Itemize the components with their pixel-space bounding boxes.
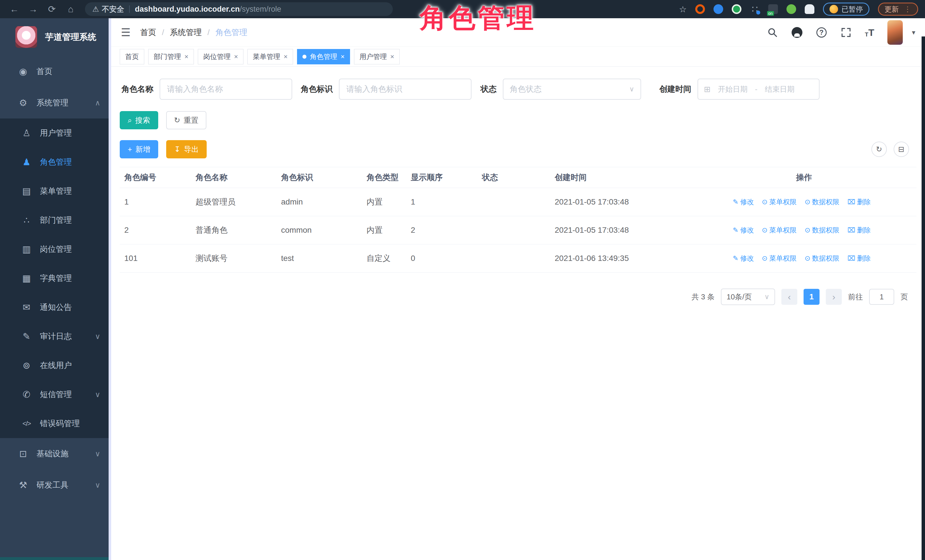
- select-chevron-down-icon: ∨: [629, 85, 634, 93]
- browser-extensions: ☆ ∷ 已暂停 更新 ⋮: [679, 3, 918, 16]
- sidebar-item-menus[interactable]: ▤ 菜单管理: [0, 177, 111, 206]
- extension-icon[interactable]: [714, 4, 723, 14]
- sidebar-item-posts[interactable]: ▥ 岗位管理: [0, 235, 111, 264]
- search-button[interactable]: ⌕ 搜索: [120, 111, 158, 129]
- prev-page-button[interactable]: ‹: [781, 289, 797, 305]
- sidebar-item-dev-tools[interactable]: ⚒ 研发工具 ∨: [0, 470, 111, 501]
- tag-user[interactable]: 用户管理 ×: [354, 49, 400, 65]
- tool-icon: ⚒: [17, 480, 29, 491]
- edit-link[interactable]: ✎修改: [733, 225, 754, 235]
- next-page-button[interactable]: ›: [826, 289, 842, 305]
- sidebar-item-depts[interactable]: ∴ 部门管理: [0, 206, 111, 235]
- sidebar-item-online-users[interactable]: ⊚ 在线用户: [0, 351, 111, 380]
- app-logo-row[interactable]: 芋道管理系统: [0, 18, 111, 56]
- hamburger-icon[interactable]: ☰: [121, 26, 131, 39]
- page-scrollbar[interactable]: [922, 36, 925, 560]
- browser-reload-icon[interactable]: ⟳: [44, 4, 59, 15]
- extension-icon[interactable]: [805, 4, 814, 14]
- sidebar-item-roles[interactable]: ♟ 角色管理: [0, 147, 111, 177]
- tag-post[interactable]: 岗位管理 ×: [198, 49, 243, 65]
- sidebar-item-error-codes[interactable]: </> 错误码管理: [0, 409, 111, 438]
- data-perm-link[interactable]: ⊙数据权限: [805, 225, 839, 235]
- sidebar-item-audit-log[interactable]: ✎ 审计日志 ∨: [0, 322, 111, 351]
- menu-perm-link[interactable]: ⊙菜单权限: [762, 197, 797, 207]
- browser-home-icon[interactable]: ⌂: [63, 4, 78, 15]
- extension-icon[interactable]: ∷: [750, 4, 760, 14]
- cell-role-id: 101: [120, 254, 191, 263]
- close-icon[interactable]: ×: [234, 53, 238, 61]
- role-key-input[interactable]: [339, 79, 472, 100]
- avatar-caret-icon[interactable]: ▾: [912, 29, 915, 36]
- menu-perm-link[interactable]: ⊙菜单权限: [762, 254, 797, 263]
- sidebar-item-notice[interactable]: ✉ 通知公告: [0, 293, 111, 322]
- close-icon[interactable]: ×: [390, 53, 394, 61]
- browser-menu-icon[interactable]: ⋮: [904, 5, 911, 14]
- breadcrumb-system[interactable]: 系统管理: [170, 27, 202, 38]
- circle-check-icon: ⊙: [762, 254, 768, 262]
- total-count: 共 3 条: [691, 292, 715, 302]
- role-name-input[interactable]: [160, 79, 292, 100]
- refresh-button[interactable]: ↻: [871, 141, 887, 157]
- github-icon[interactable]: [791, 27, 803, 38]
- extension-icon[interactable]: [768, 4, 778, 14]
- close-icon[interactable]: ×: [284, 53, 288, 61]
- extension-icon[interactable]: [786, 4, 796, 14]
- tag-dept[interactable]: 部门管理 ×: [148, 49, 194, 65]
- page-size-select[interactable]: 10条/页 ∨: [721, 288, 775, 305]
- close-icon[interactable]: ×: [184, 53, 188, 61]
- sidebar-item-dict[interactable]: ▦ 字典管理: [0, 264, 111, 293]
- tag-home[interactable]: 首页: [120, 49, 144, 65]
- cell-role-sort: 2: [406, 225, 478, 235]
- cell-role-type: 自定义: [362, 253, 406, 264]
- delete-link[interactable]: ⌧删除: [847, 225, 871, 235]
- search-icon[interactable]: [767, 27, 778, 38]
- sidebar-item-users[interactable]: ♙ 用户管理: [0, 119, 111, 147]
- bookmark-star-icon[interactable]: ☆: [679, 4, 687, 14]
- edit-link[interactable]: ✎修改: [733, 197, 754, 207]
- extension-icon[interactable]: [695, 4, 705, 14]
- column-settings-button[interactable]: ⊟: [893, 141, 909, 157]
- data-perm-link[interactable]: ⊙数据权限: [805, 197, 839, 207]
- tag-label: 部门管理: [154, 52, 181, 61]
- col-header-actions: 操作: [687, 172, 916, 183]
- breadcrumb-home[interactable]: 首页: [140, 27, 156, 38]
- col-header-id: 角色编号: [120, 172, 191, 183]
- search-form: 角色名称 角色标识 状态 角色状态 ∨ 创建时间 ⊞ 开始日期 - 结束日期: [120, 79, 916, 100]
- app-logo: [15, 26, 37, 48]
- current-page[interactable]: 1: [804, 289, 820, 305]
- browser-forward-icon[interactable]: →: [26, 4, 41, 15]
- paused-badge[interactable]: 已暂停: [823, 3, 869, 16]
- tag-menu[interactable]: 菜单管理 ×: [247, 49, 293, 65]
- not-secure-icon: ⚠: [92, 5, 99, 14]
- edit-link[interactable]: ✎修改: [733, 254, 754, 263]
- browser-back-icon[interactable]: ←: [7, 4, 22, 15]
- row-actions: ✎修改 ⊙菜单权限 ⊙数据权限 ⌧删除: [687, 225, 916, 235]
- reset-button[interactable]: ↻ 重置: [166, 111, 207, 129]
- url-host: dashboard.yudao.iocoder.cn: [135, 5, 240, 14]
- data-perm-link[interactable]: ⊙数据权限: [805, 254, 839, 263]
- help-icon[interactable]: ?: [816, 27, 827, 38]
- status-select[interactable]: 角色状态 ∨: [503, 79, 641, 100]
- peoples-icon: ♟: [21, 157, 33, 168]
- export-button[interactable]: ↧ 导出: [166, 140, 207, 158]
- goto-page-input[interactable]: [869, 289, 894, 305]
- avatar[interactable]: [887, 20, 903, 45]
- add-button[interactable]: + 新增: [120, 140, 158, 158]
- update-button[interactable]: 更新 ⋮: [878, 3, 918, 16]
- sidebar-scrollbar[interactable]: [108, 18, 111, 560]
- sidebar-item-infra[interactable]: ⊡ 基础设施 ∨: [0, 438, 111, 470]
- address-bar[interactable]: ⚠ 不安全 dashboard.yudao.iocoder.cn /system…: [85, 2, 393, 16]
- date-range-picker[interactable]: ⊞ 开始日期 - 结束日期: [698, 79, 820, 100]
- tag-role-active[interactable]: 角色管理 ×: [297, 49, 350, 65]
- extension-icon[interactable]: [732, 4, 741, 14]
- font-size-icon[interactable]: TT: [865, 28, 874, 37]
- circle-check-icon: ⊙: [805, 198, 811, 206]
- sidebar-item-home[interactable]: ◉ 首页: [0, 56, 111, 87]
- menu-perm-link[interactable]: ⊙菜单权限: [762, 225, 797, 235]
- sidebar-item-system[interactable]: ⚙ 系统管理 ∧: [0, 87, 111, 119]
- sidebar-item-sms[interactable]: ✆ 短信管理 ∨: [0, 380, 111, 409]
- delete-link[interactable]: ⌧删除: [847, 254, 871, 263]
- close-icon[interactable]: ×: [340, 53, 345, 61]
- delete-link[interactable]: ⌧删除: [847, 197, 871, 207]
- fullscreen-icon[interactable]: [840, 27, 852, 38]
